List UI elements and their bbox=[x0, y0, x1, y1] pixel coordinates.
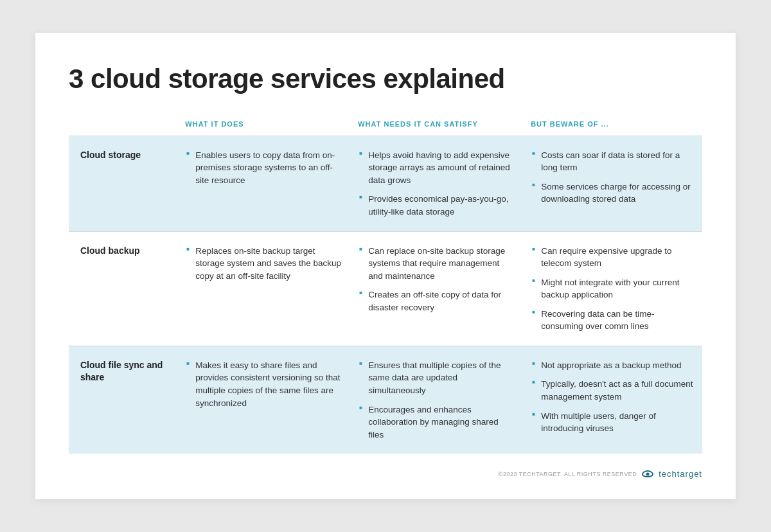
eye-icon bbox=[642, 470, 653, 477]
row-what-0: Enables users to copy data from on-premi… bbox=[177, 136, 350, 231]
header-col1 bbox=[69, 115, 177, 136]
row-beware-1: Can require expensive upgrade to telecom… bbox=[523, 231, 702, 346]
footer: ©2023 TechTarget. All rights reserved Te… bbox=[69, 469, 702, 479]
bullet-item: Replaces on-site backup target storage s… bbox=[186, 245, 341, 283]
row-label-1: Cloud backup bbox=[69, 231, 177, 346]
row-needs-2: Ensures that multiple copies of the same… bbox=[350, 346, 523, 454]
table-row: Cloud file sync and shareMakes it easy t… bbox=[69, 346, 702, 454]
row-beware-0: Costs can soar if data is stored for a l… bbox=[523, 136, 702, 231]
header-col4: BUT BEWARE OF ... bbox=[523, 115, 702, 136]
row-label-2: Cloud file sync and share bbox=[69, 346, 177, 454]
footer-brand: TechTarget bbox=[659, 469, 702, 479]
bullet-item: Makes it easy to share files and provide… bbox=[186, 359, 341, 409]
row-what-1: Replaces on-site backup target storage s… bbox=[177, 231, 350, 346]
bullet-item: Can require expensive upgrade to telecom… bbox=[532, 245, 693, 270]
comparison-table: WHAT IT DOES WHAT NEEDS IT CAN SATISFY B… bbox=[69, 115, 702, 454]
table-row: Cloud storageEnables users to copy data … bbox=[69, 136, 702, 231]
bullet-item: Can replace on-site backup storage syste… bbox=[359, 245, 514, 283]
bullet-item: Recovering data can be time-consuming ov… bbox=[532, 308, 693, 333]
row-needs-0: Helps avoid having to add expensive stor… bbox=[350, 136, 523, 231]
bullet-item: Might not integrate with your current ba… bbox=[532, 276, 693, 301]
bullet-item: Ensures that multiple copies of the same… bbox=[359, 359, 514, 397]
bullet-item: Encourages and enhances collaboration by… bbox=[359, 403, 514, 441]
table-header-row: WHAT IT DOES WHAT NEEDS IT CAN SATISFY B… bbox=[69, 115, 702, 136]
footer-copyright: ©2023 TechTarget. All rights reserved bbox=[499, 471, 637, 477]
main-card: 3 cloud storage services explained WHAT … bbox=[35, 33, 736, 500]
row-needs-1: Can replace on-site backup storage syste… bbox=[350, 231, 523, 346]
bullet-item: Typically, doesn't act as a full documen… bbox=[532, 378, 693, 403]
header-col3: WHAT NEEDS IT CAN SATISFY bbox=[350, 115, 523, 136]
bullet-item: Provides economical pay-as-you-go, utili… bbox=[359, 193, 514, 218]
bullet-item: Costs can soar if data is stored for a l… bbox=[532, 149, 693, 174]
row-what-2: Makes it easy to share files and provide… bbox=[177, 346, 350, 454]
row-beware-2: Not appropriate as a backup methodTypica… bbox=[523, 346, 702, 454]
bullet-item: Enables users to copy data from on-premi… bbox=[186, 149, 341, 187]
bullet-item: With multiple users, danger of introduci… bbox=[532, 410, 693, 435]
bullet-item: Creates an off-site copy of data for dis… bbox=[359, 288, 514, 314]
bullet-item: Helps avoid having to add expensive stor… bbox=[359, 149, 514, 187]
table-row: Cloud backupReplaces on-site backup targ… bbox=[69, 231, 702, 346]
bullet-item: Some services charge for accessing or do… bbox=[532, 181, 693, 206]
bullet-item: Not appropriate as a backup method bbox=[532, 359, 693, 372]
page-title: 3 cloud storage services explained bbox=[69, 64, 702, 94]
header-col2: WHAT IT DOES bbox=[177, 115, 350, 136]
row-label-0: Cloud storage bbox=[69, 136, 177, 231]
